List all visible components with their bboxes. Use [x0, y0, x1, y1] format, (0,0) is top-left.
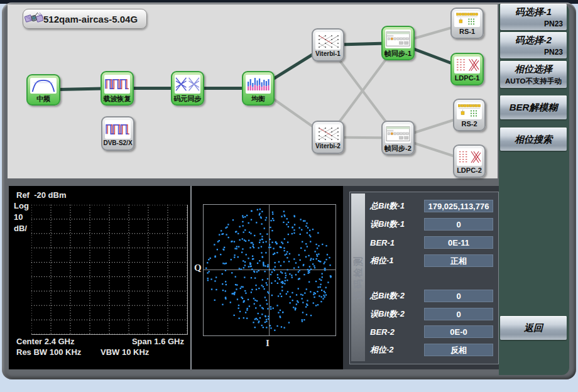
ber-row-label: 相位-1 [370, 255, 394, 266]
node-ldpc2[interactable]: LDPC-2 [453, 144, 486, 178]
i-axis-label: I [266, 338, 270, 349]
node-viterbi2[interactable]: Viterbi-2 [312, 121, 344, 154]
bars-icon [246, 75, 271, 94]
bandpass-icon [30, 78, 57, 94]
ber-strip: 误码检测 [351, 193, 365, 361]
node-label: 帧同步-2 [383, 144, 413, 153]
ldpc-icon [457, 148, 482, 166]
sidebar-button-label: 码选择-1 [500, 6, 567, 18]
sidebar-button-label: 相位选择 [500, 63, 567, 75]
node-viterbi1[interactable]: Viterbi-1 [312, 28, 344, 62]
squarewave-icon [105, 120, 131, 139]
ber-row-label: BER-1 [370, 238, 395, 248]
sidebar-button-5[interactable]: 相位搜索 [500, 128, 567, 151]
node-dvbs2x[interactable]: DVB-S2/X [101, 116, 134, 151]
frame-icon [385, 30, 411, 48]
rbw-label: Res BW 100 KHz [16, 347, 81, 357]
ber-row-value: 正相 [424, 254, 493, 267]
node-label: 均衡 [243, 94, 273, 104]
sidebar-button-3[interactable]: 相位选择AUTO不支持手动 [500, 61, 567, 88]
sidebar-button-label: 相位搜索 [500, 133, 567, 145]
node-label: 中频 [28, 94, 59, 104]
ber-readout-box: 误码检测 总Bit数-1179,025,113,776误Bit数-10BER-1… [349, 192, 499, 364]
squarewave-icon [104, 75, 130, 94]
ber-row-7: BER-20E-0 [370, 325, 493, 338]
node-zhentongbu1[interactable]: 帧同步-1 [381, 26, 415, 60]
spectrum-analyzer-panel: Ref -20 dBm Log 10 dB/ Center 2.4 GHz Sp… [9, 186, 192, 369]
ber-row-2: 误Bit数-10 [370, 218, 493, 231]
ldpc-icon [454, 57, 480, 74]
ref-value: -20 dBm [34, 190, 66, 200]
node-label: LDPC-1 [452, 74, 483, 84]
ber-area: 误码检测 总Bit数-1179,025,113,776误Bit数-10BER-1… [343, 186, 499, 369]
ber-row-8: 相位-2反相 [370, 344, 493, 356]
sidebar-button-2[interactable]: 码选择-2PN23 [500, 32, 567, 58]
sidebar-button-value: PN23 [544, 48, 563, 57]
rs-icon [457, 102, 482, 119]
node-label: 帧同步-1 [383, 49, 413, 58]
node-label: Viterbi-2 [313, 143, 343, 152]
ber-row-label: 总Bit数-2 [370, 290, 405, 302]
vbw-label: VBW 10 KHz [101, 347, 149, 357]
sidebar: 码选择-1PN23码选择-2PN23相位选择AUTO不支持手动BER解模糊相位搜… [499, 4, 569, 375]
node-zhentongbu2[interactable]: 帧同步-2 [381, 121, 415, 155]
mission-title-button[interactable]: 512qam-aircas-5.04G [23, 9, 147, 29]
ber-row-5: 总Bit数-20 [370, 290, 493, 302]
ber-row-label: 总Bit数-1 [370, 200, 405, 212]
center-freq-label: Center 2.4 GHz [16, 337, 74, 346]
ref-label: Ref [16, 190, 30, 200]
node-label: 码元同步 [172, 94, 203, 104]
sidebar-button-1[interactable]: 码选择-1PN23 [500, 4, 567, 30]
signal-chain-diagram: 中频载波恢复DVB-S2/X码元同步均衡Viterbi-1Viterbi-2帧同… [8, 4, 498, 178]
spectrum-plot [31, 205, 188, 335]
eye-icon [175, 75, 200, 94]
ber-row-label: 相位-2 [370, 344, 394, 356]
constellation-box [203, 204, 336, 336]
ber-row-value: 0E-0 [424, 325, 493, 338]
ber-row-4: 相位-1正相 [370, 254, 493, 267]
trellis-icon [315, 32, 341, 50]
ber-row-label: 误Bit数-2 [370, 308, 405, 320]
frame-icon [385, 124, 411, 143]
ber-row-6: 误Bit数-20 [370, 308, 493, 320]
q-axis-label: Q [194, 263, 202, 273]
sidebar-button-value: PN23 [544, 19, 563, 28]
ber-row-3: BER-10E-11 [370, 236, 493, 249]
node-label: LDPC-2 [454, 166, 484, 176]
node-junheng[interactable]: 均衡 [242, 71, 275, 106]
ber-row-label: BER-2 [370, 327, 395, 337]
node-rs1[interactable]: RS-1 [450, 8, 484, 39]
scale-label-log: Log [14, 201, 29, 210]
node-label: RS-1 [452, 28, 483, 37]
rs-icon [454, 11, 480, 27]
spectrum-grid [31, 205, 188, 335]
trellis-icon [315, 124, 341, 142]
scale-label-dbdiv: dB/ [14, 224, 27, 233]
node-zhongpin[interactable]: 中频 [26, 74, 60, 106]
node-ldpc1[interactable]: LDPC-1 [450, 53, 484, 85]
constellation-plot [203, 204, 336, 336]
ber-row-value: 0 [424, 218, 493, 231]
node-zaibo[interactable]: 载波恢复 [101, 71, 134, 106]
ber-row-label: 误Bit数-1 [370, 219, 405, 230]
sidebar-button-value: AUTO不支持手动 [500, 77, 567, 86]
node-rs2[interactable]: RS-2 [453, 99, 486, 131]
ber-strip-label: 误码检测 [352, 255, 364, 300]
sidebar-button-4[interactable]: BER解模糊 [500, 95, 567, 119]
ber-row-1: 总Bit数-1179,025,113,776 [370, 200, 493, 212]
constellation-panel: Q I [192, 186, 343, 369]
back-button-label: 返回 [500, 322, 567, 334]
satellite-icon [25, 10, 43, 28]
node-label: DVB-S2/X [102, 139, 133, 149]
node-label: RS-2 [454, 120, 484, 129]
ber-row-value: 0 [424, 308, 493, 320]
node-label: Viterbi-1 [313, 50, 343, 60]
demodulator-app: { "window":{"topbar_color":"#151c28","fr… [0, 0, 578, 392]
back-button[interactable]: 返回 [500, 316, 567, 340]
sidebar-button-label: BER解模糊 [500, 102, 567, 114]
span-label: Span 1.6 GHz [132, 337, 184, 346]
node-mayuan[interactable]: 码元同步 [171, 71, 204, 106]
ber-row-value: 反相 [424, 344, 493, 356]
ber-row-value: 0 [424, 290, 493, 302]
sidebar-button-label: 码选择-2 [500, 35, 567, 46]
